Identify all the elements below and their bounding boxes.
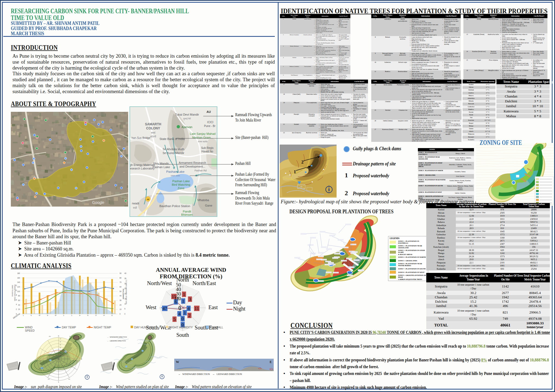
svg-text:16: 16 [174, 296, 179, 301]
svg-text:HUMIDITY(%): HUMIDITY(%) [122, 289, 124, 299]
svg-text:वाडी: वाडी [133, 206, 137, 209]
svg-text:ICICI: ICICI [207, 121, 214, 124]
svg-text:2: 2 [188, 313, 191, 318]
svg-text:30°: 30° [60, 344, 61, 345]
svg-text:North/East: North/East [192, 280, 216, 286]
svg-text:E: E [270, 360, 272, 364]
svg-text:80: 80 [18, 295, 20, 297]
svg-text:DRY BULB TEMPERATURE (°C): DRY BULB TEMPERATURE (°C) [125, 280, 127, 304]
svg-text:Sri Ahobila Muth: Sri Ahobila Muth [163, 148, 184, 151]
svg-text:30: 30 [120, 299, 122, 301]
svg-text:1: 1 [183, 292, 185, 297]
svg-text:Pashan Rd: Pashan Rd [195, 169, 207, 172]
svg-text:80: 80 [120, 277, 122, 279]
svg-text:Pashan Lake: Pashan Lake [153, 165, 170, 169]
svg-text:48: 48 [147, 198, 149, 201]
svg-text:20: 20 [120, 304, 122, 306]
svg-text:50: 50 [120, 290, 122, 292]
svg-text:150: 150 [68, 378, 70, 380]
svg-text:4: 4 [16, 303, 17, 305]
svg-text:210: 210 [48, 378, 50, 380]
svg-text:J: J [63, 314, 64, 316]
svg-text:Bhimsen: Bhimsen [181, 213, 193, 216]
svg-text:तुकाई देवी: तुकाई देवी [183, 117, 191, 120]
svg-text:11: 11 [195, 306, 199, 311]
svg-text:WIND SPEED (KMPH): WIND SPEED (KMPH) [14, 285, 16, 301]
svg-text:180: 180 [17, 272, 20, 274]
svg-text:→ WINDWARD DIRECTION: → WINDWARD DIRECTION [107, 336, 127, 338]
svg-text:W: W [176, 360, 179, 364]
svg-text:40°: 40° [60, 347, 61, 348]
svg-text:Zone: Zone [178, 187, 184, 190]
svg-text:1: 1 [294, 169, 296, 174]
svg-text:0: 0 [124, 313, 125, 315]
svg-text:North/West: North/West [147, 280, 172, 286]
svg-text:J: J [22, 314, 24, 316]
svg-text:SAMARTH: SAMARTH [145, 122, 161, 126]
svg-text:J: J [70, 314, 72, 316]
svg-text:समर्थ: समर्थ [151, 131, 156, 134]
svg-text:2: 2 [301, 160, 304, 164]
svg-text:Haveli No: Haveli No [201, 150, 213, 153]
svg-text:D: D [111, 314, 113, 316]
svg-text:Bird Watching: Bird Watching [172, 183, 190, 186]
svg-text:N: N [103, 314, 105, 316]
svg-text:Late Sanjay Mahad: Late Sanjay Mahad [190, 132, 216, 135]
svg-text:1: 1 [182, 299, 185, 304]
svg-text:2: 2 [16, 308, 17, 310]
svg-text:60: 60 [120, 286, 122, 288]
svg-text:60: 60 [18, 299, 20, 301]
svg-text:S: S [58, 381, 59, 383]
svg-text:3: 3 [189, 297, 191, 302]
svg-text:पाषाण तलाव: पाषाण तलाव [170, 175, 180, 177]
svg-text:कॉलनी: कॉलनी [150, 135, 156, 138]
svg-text:40: 40 [18, 304, 20, 306]
svg-text:6: 6 [16, 299, 17, 301]
svg-text:90: 90 [120, 272, 122, 274]
svg-text:70°: 70° [60, 355, 61, 357]
svg-text:10°: 10° [60, 338, 61, 339]
svg-text:→ WINDWARD DIRECTION →: → WINDWARD DIRECTION → LEEWARD DIRECTION [178, 373, 242, 375]
svg-text:A: A [46, 314, 49, 316]
svg-text:COLONY: COLONY [146, 126, 160, 130]
svg-text:35: 35 [124, 277, 127, 279]
svg-text:संजय महादेव: संजय महादेव [198, 140, 208, 143]
svg-text:AU: AU [206, 110, 211, 113]
svg-text:E: E [81, 358, 82, 360]
svg-text:RAINFALL(MM): RAINFALL(MM) [12, 285, 13, 296]
svg-text:47: 47 [163, 306, 167, 311]
svg-text:0: 0 [179, 305, 181, 311]
svg-text:10: 10 [120, 308, 122, 310]
svg-text:40: 40 [124, 272, 127, 274]
svg-text:M: M [54, 314, 57, 316]
svg-text:5: 5 [173, 317, 176, 322]
svg-text:Pashan Lake: Pashan Lake [166, 170, 184, 173]
svg-text:Ajanvan: Ajanvan [182, 125, 192, 129]
svg-text:han-Sus Bridge: han-Sus Bridge [132, 136, 150, 139]
svg-text:70: 70 [120, 281, 122, 283]
svg-text:4: 4 [178, 311, 181, 316]
svg-text:140: 140 [17, 281, 20, 283]
svg-text:esearch Laboratory: esearch Laboratory [130, 167, 155, 170]
svg-text:8: 8 [16, 294, 17, 296]
svg-text:240: 240 [39, 368, 41, 369]
svg-text:30: 30 [69, 336, 71, 337]
svg-text:50°: 50° [60, 350, 61, 351]
svg-text:West: West [146, 304, 157, 310]
svg-text:N: N [58, 335, 59, 337]
svg-text:Mhatoba: Mhatoba [198, 198, 209, 202]
svg-text:Sub Regis: Sub Regis [201, 146, 214, 149]
svg-text:Gane: Gane [205, 204, 212, 207]
svg-text:4: 4 [188, 306, 190, 311]
svg-text:A: A [79, 314, 81, 316]
svg-text:20°: 20° [60, 341, 61, 342]
svg-text:gh Energy Materials: gh Energy Materials [130, 163, 155, 166]
svg-text:160: 160 [17, 277, 20, 279]
svg-text:40: 40 [120, 295, 122, 297]
svg-text:and Development...: and Development... [179, 165, 205, 168]
svg-text:Google: Google [92, 200, 104, 205]
svg-text:East: East [208, 304, 218, 310]
svg-text:Bavdhan Police Station: Bavdhan Police Station [159, 204, 190, 208]
svg-text:S: S [87, 314, 89, 316]
svg-text:Pandit: Pandit [183, 210, 191, 213]
